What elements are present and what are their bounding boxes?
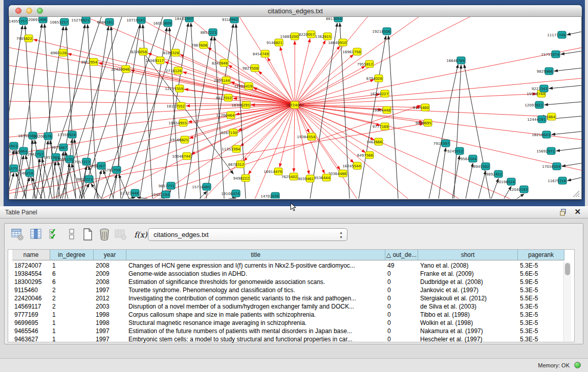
cell-title[interactable]: Embryonic stem cells: a model to study s… [128, 335, 384, 343]
cell-pagerank[interactable]: 5.5E-5 [520, 294, 563, 302]
cell-pagerank[interactable]: 5.3E-5 [520, 311, 563, 319]
cell-in_degree[interactable]: 1 [52, 327, 93, 335]
graph-node[interactable]: 14569117 [145, 57, 164, 64]
graph-node[interactable]: 7955812 [357, 60, 374, 68]
graph-node[interactable]: 9227343 [532, 85, 548, 92]
cell-in_degree[interactable]: 1 [52, 319, 93, 327]
graph-node[interactable]: 18433307 [175, 17, 193, 22]
graph-node[interactable]: 10653257 [50, 18, 69, 26]
cell-in_degree[interactable]: 2 [52, 302, 93, 311]
cell-year[interactable]: 2008 [96, 261, 125, 270]
graph-node[interactable]: 8454749 [253, 50, 269, 57]
graph-node[interactable]: 20691406 [28, 17, 47, 23]
cell-year[interactable]: 2003 [96, 302, 125, 311]
graph-node[interactable]: 22420046 [111, 65, 130, 73]
cell-title[interactable]: Genome-wide association studies in ADHD. [128, 270, 384, 278]
cell-pagerank[interactable]: 5.3E-5 [520, 261, 563, 270]
cell-in_degree[interactable]: 2 [52, 294, 93, 302]
cell-short[interactable]: Jankovic et al. (1997) [420, 286, 517, 294]
cell-name[interactable]: 18724007 [14, 261, 49, 270]
cell-name[interactable]: 9465546 [14, 327, 49, 335]
graph-node[interactable]: 8226058 [131, 48, 147, 55]
new-table-button[interactable] [81, 228, 95, 241]
row-height-button[interactable] [65, 228, 78, 241]
graph-node[interactable]: 10355575 [9, 165, 18, 172]
graph-node[interactable]: 2967608 [191, 41, 208, 49]
graph-node[interactable]: 8678312 [228, 161, 245, 168]
cell-in_degree[interactable]: 2 [52, 286, 93, 294]
column-header-5[interactable]: short [418, 250, 518, 260]
cell-name[interactable]: 9699695 [14, 319, 49, 327]
cell-pagerank[interactable]: 5.3E-5 [520, 286, 563, 294]
cell-out_de[interactable]: 0 [387, 270, 417, 278]
float-panel-icon[interactable] [559, 208, 568, 216]
graph-node[interactable]: 8267130 [221, 129, 237, 136]
cell-out_de[interactable]: 0 [387, 278, 417, 286]
table-settings-button[interactable] [11, 228, 24, 241]
cell-name[interactable]: 19384554 [14, 270, 49, 278]
graph-node[interactable]: 19039461 [295, 175, 314, 182]
graph-node[interactable]: 16210643 [532, 131, 551, 138]
cell-name[interactable]: 9777169 [14, 311, 49, 319]
cell-year[interactable]: 1998 [96, 311, 125, 319]
graph-node[interactable]: 6497568 [357, 151, 374, 159]
graph-node[interactable]: 15692971 [536, 147, 555, 155]
cell-in_degree[interactable]: 6 [52, 278, 93, 286]
graph-node[interactable]: 9857771 [159, 182, 175, 189]
select-columns-button[interactable] [48, 228, 61, 241]
graph-node[interactable]: 10719183 [126, 17, 145, 24]
graph-node[interactable]: 9699695 [416, 119, 432, 126]
graph-node[interactable]: 3915943 [9, 142, 18, 149]
cell-out_de[interactable]: 0 [387, 311, 417, 319]
graph-node[interactable]: 19218506 [372, 28, 391, 35]
graph-node[interactable]: 19564344 [458, 155, 477, 162]
graph-node[interactable]: 1362615 [315, 33, 332, 40]
cell-short[interactable]: Hescheler et al. (1997) [420, 335, 517, 343]
graph-node[interactable]: 10402194 [151, 191, 170, 198]
cell-year[interactable]: 2009 [96, 270, 125, 278]
graph-node[interactable]: 16210227 [370, 90, 389, 97]
graph-node[interactable]: 9115460 [413, 104, 429, 111]
graph-node[interactable]: 14055757 [9, 17, 28, 25]
cell-short[interactable]: Franke et al. (2009) [420, 270, 517, 278]
graph-node[interactable]: 6466161 [97, 18, 114, 26]
graph-node[interactable]: 18536444 [312, 174, 331, 181]
cell-title[interactable]: Estimation of the future numbers of pati… [128, 327, 384, 335]
graph-node[interactable]: 2803144 [214, 77, 230, 84]
graph-node[interactable]: 16961758 [342, 48, 361, 55]
cell-short[interactable]: de Silva et al. (2003) [420, 302, 517, 311]
graph-node[interactable]: 15885200 [280, 33, 299, 40]
cell-in_degree[interactable]: 1 [52, 311, 93, 319]
cell-title[interactable]: Structural magnetic resonance image aver… [128, 319, 384, 327]
graph-node[interactable]: 11675318 [548, 177, 567, 184]
cell-out_de[interactable]: 0 [387, 327, 417, 335]
cell-out_de[interactable]: 0 [387, 286, 417, 294]
graph-node[interactable]: 19384554 [297, 133, 316, 140]
cell-year[interactable]: 1997 [96, 286, 125, 294]
graph-node[interactable]: 7625402 [281, 173, 298, 180]
graph-node[interactable]: 19904448 [372, 106, 391, 114]
graph-node[interactable]: 9777169 [373, 123, 389, 130]
graph-node[interactable]: 11171749 [547, 31, 566, 38]
cell-title[interactable]: Corpus callosum shape and size in male p… [128, 311, 384, 319]
cell-out_de[interactable]: 0 [387, 319, 417, 327]
column-header-0[interactable]: name [12, 250, 50, 260]
cell-year[interactable]: 1997 [96, 335, 125, 343]
network-window[interactable]: citations_edges.txt 18300295123254199827… [9, 5, 582, 200]
cell-name[interactable]: 18300295 [14, 278, 49, 286]
cell-pagerank[interactable]: 5.9E-5 [520, 278, 563, 286]
function-builder-button[interactable]: f(x) [134, 230, 147, 239]
graph-node[interactable]: 9318992 [222, 17, 238, 23]
cell-pagerank[interactable]: 5.3E-5 [520, 302, 563, 311]
graph-node[interactable]: 12093822 [525, 101, 543, 108]
cell-pagerank[interactable]: 5.3E-5 [520, 335, 563, 343]
resize-grip-icon[interactable] [572, 190, 580, 198]
graph-node[interactable]: 8186328 [163, 49, 180, 56]
graph-node[interactable]: 8960128 [51, 49, 67, 56]
cell-title[interactable]: Estimation of significance thresholds fo… [128, 278, 384, 286]
column-header-6[interactable]: pagerank [518, 250, 564, 260]
graph-node[interactable]: 16053809 [153, 19, 172, 27]
cell-short[interactable]: Tibbo et al. (1998) [420, 311, 517, 319]
cell-title[interactable]: Disruption of a novel member of a sodium… [128, 302, 384, 311]
graph-node[interactable]: 14702039 [260, 192, 279, 199]
